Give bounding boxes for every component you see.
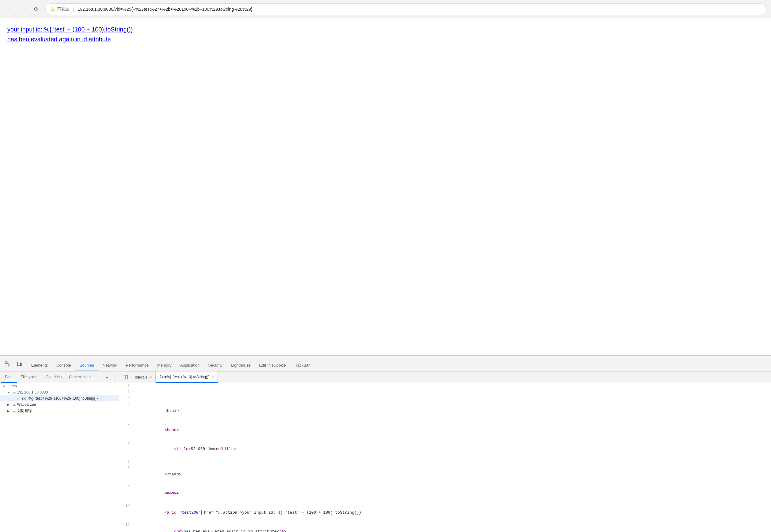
tag-body-open: <body> bbox=[165, 491, 179, 496]
tab-application[interactable]: Application bbox=[176, 360, 204, 371]
code-line-6: 6 <title>S2-059 demo</title> bbox=[119, 440, 771, 459]
code-tab-inject[interactable]: inject.js × bbox=[132, 371, 156, 383]
tab-sources[interactable]: Sources bbox=[75, 360, 98, 371]
tree-item-translate[interactable]: ▶ ☁ 划词翻译 bbox=[0, 408, 119, 415]
close-active-tab[interactable]: × bbox=[211, 375, 214, 379]
code-area[interactable]: 1 2 3 4 <html> 5 bbox=[119, 383, 771, 532]
svg-rect-4 bbox=[126, 375, 128, 379]
code-line-3: 3 bbox=[119, 395, 771, 401]
page-link-1[interactable]: your input id: %{ 'test' + (100 + 100).t… bbox=[7, 24, 764, 34]
code-tab-active[interactable]: ?id=%{+'test'+%...0).toString()} × bbox=[156, 371, 218, 383]
sidebar-tab-filesystem[interactable]: Filesystem bbox=[17, 371, 42, 383]
close-inject-tab[interactable]: × bbox=[149, 375, 152, 380]
tab-console[interactable]: Console bbox=[52, 360, 75, 371]
code-line-8: 8 </head> bbox=[119, 465, 771, 484]
line-content-6: <title>S2-059 demo</title> bbox=[135, 440, 771, 459]
sidebar-tab-page[interactable]: Page bbox=[1, 371, 17, 383]
line-11-indent bbox=[165, 529, 174, 532]
tab-memory[interactable]: Memory bbox=[153, 360, 176, 371]
arrow-translate: ▶ bbox=[7, 409, 11, 413]
code-line-5: 5 <head> bbox=[119, 421, 771, 440]
code-tab-inject-label: inject.js bbox=[135, 375, 147, 379]
attr-id-name: id= bbox=[172, 510, 179, 515]
line-num-1: 1 bbox=[119, 383, 135, 389]
line-11-text: has ben evaluated again in id attribute bbox=[183, 529, 276, 532]
code-line-10: 10 <a id="test200" href="/.action">your … bbox=[119, 503, 771, 522]
line-num-7: 7 bbox=[119, 459, 135, 465]
tag-a-open: <a bbox=[165, 510, 172, 515]
tag-head-close: </head> bbox=[165, 472, 181, 477]
code-tab-bar: inject.js × ?id=%{+'test'+%...0).toStrin… bbox=[119, 371, 771, 383]
tab-hackbar[interactable]: HackBar bbox=[290, 360, 314, 371]
tab-lighthouse[interactable]: Lighthouse bbox=[227, 360, 255, 371]
line-num-5: 5 bbox=[119, 421, 135, 427]
line-content-8: </head> bbox=[135, 465, 771, 484]
url-display: 192.168.1.38:8080/?id=%25{+%27test%27+%2… bbox=[78, 7, 252, 12]
devtools-sidebar: Page Filesystem Overrides Content script… bbox=[0, 371, 119, 532]
tree-label-top: top bbox=[12, 384, 17, 388]
tree-label-wappalyzer: Wappalyzer bbox=[17, 402, 36, 407]
page-link-2[interactable]: has ben evaluated again in id attribute bbox=[7, 34, 764, 44]
svg-rect-1 bbox=[17, 362, 20, 366]
sidebar-tab-bar: Page Filesystem Overrides Content script… bbox=[0, 371, 119, 383]
a-tag-rest: href="/.action">your input id: %{ 'test'… bbox=[202, 510, 361, 515]
file-tree: ▼ ▭ top ▼ ☁ 192.168.1.38:8080 ▭ ?id=%{+'… bbox=[0, 383, 119, 415]
tree-item-file[interactable]: ▭ ?id=%{+'test'+%2b+(100+%2b+100).toStri… bbox=[0, 395, 119, 401]
line-content-10: <a id="test200" href="/.action">your inp… bbox=[135, 503, 771, 522]
code-line-7: 7 bbox=[119, 459, 771, 465]
line-content-9: <body> bbox=[135, 484, 771, 503]
arrow-wappalyzer: ▶ bbox=[7, 403, 11, 406]
back-button[interactable]: ← bbox=[5, 4, 16, 15]
line-content-4: <html> bbox=[135, 402, 771, 421]
line-content-11: <br>has ben evaluated again in id attrib… bbox=[135, 522, 771, 532]
security-warning-icon: ⚠ bbox=[50, 6, 55, 12]
tab-network[interactable]: Network bbox=[98, 360, 122, 371]
cloud-icon-translate: ☁ bbox=[12, 409, 16, 413]
navigator-toggle-button[interactable] bbox=[122, 373, 130, 381]
sidebar-tab-content-scripts[interactable]: Content scripts bbox=[65, 371, 97, 383]
page-content: your input id: %{ 'test' + (100 + 100).t… bbox=[0, 18, 771, 355]
tag-title-open: <title> bbox=[165, 447, 191, 451]
cloud-icon-host: ☁ bbox=[12, 390, 16, 394]
url-separator: | bbox=[73, 7, 74, 12]
code-line-2: 2 bbox=[119, 389, 771, 395]
address-bar[interactable]: ⚠ 不安全 | 192.168.1.38:8080/?id=%25{+%27te… bbox=[45, 3, 766, 15]
attr-id-value: "test200" bbox=[179, 510, 201, 515]
file-icon-page: ▭ bbox=[17, 397, 20, 401]
browser-chrome: ← → ⟳ ⚠ 不安全 | 192.168.1.38:8080/?id=%25{… bbox=[0, 0, 771, 18]
code-line-9: 9 <body> bbox=[119, 484, 771, 503]
line-num-4: 4 bbox=[119, 402, 135, 408]
device-toggle-button[interactable] bbox=[15, 359, 24, 369]
tree-label-file: ?id=%{+'test'+%2b+(100+%2b+100).toString… bbox=[21, 396, 98, 401]
sidebar-more-button[interactable]: » bbox=[103, 374, 110, 381]
inspect-element-button[interactable] bbox=[2, 359, 12, 369]
tab-elements[interactable]: Elements bbox=[27, 360, 52, 371]
tab-security[interactable]: Security bbox=[204, 360, 227, 371]
tree-label-host: 192.168.1.38:8080 bbox=[17, 390, 48, 394]
tag-title-close: </title> bbox=[217, 447, 236, 451]
tree-item-wappalyzer[interactable]: ▶ ☁ Wappalyzer bbox=[0, 401, 119, 408]
line-num-3: 3 bbox=[119, 395, 135, 401]
devtools-tab-bar: Elements Console Sources Network Perform… bbox=[0, 356, 771, 371]
code-tab-active-label: ?id=%{+'test'+%...0).toString()} bbox=[159, 375, 209, 379]
devtools-code-panel: inject.js × ?id=%{+'test'+%...0).toStrin… bbox=[119, 371, 771, 532]
sidebar-tab-overrides[interactable]: Overrides bbox=[42, 371, 65, 383]
reload-button[interactable]: ⟳ bbox=[31, 4, 42, 15]
sidebar-kebab-button[interactable]: ⋮ bbox=[110, 374, 118, 381]
line-content-5: <head> bbox=[135, 421, 771, 440]
line-num-10: 10 bbox=[119, 503, 135, 509]
tab-editthiscookie[interactable]: EditThisCookie bbox=[255, 360, 290, 371]
title-text: S2-059 demo bbox=[191, 447, 217, 451]
line-num-6: 6 bbox=[119, 440, 135, 446]
devtools-body: Page Filesystem Overrides Content script… bbox=[0, 371, 771, 532]
cloud-icon-wappalyzer: ☁ bbox=[12, 402, 16, 407]
line-num-11: 11 bbox=[119, 522, 135, 528]
tab-performance[interactable]: Performance bbox=[121, 360, 153, 371]
code-line-11: 11 <br>has ben evaluated again in id att… bbox=[119, 522, 771, 532]
tree-item-top[interactable]: ▼ ▭ top bbox=[0, 383, 119, 389]
tree-item-host[interactable]: ▼ ☁ 192.168.1.38:8080 bbox=[0, 389, 119, 395]
line-num-8: 8 bbox=[119, 465, 135, 471]
forward-button[interactable]: → bbox=[18, 4, 29, 15]
nav-buttons: ← → ⟳ bbox=[5, 4, 42, 15]
tag-br: <br> bbox=[174, 529, 183, 532]
